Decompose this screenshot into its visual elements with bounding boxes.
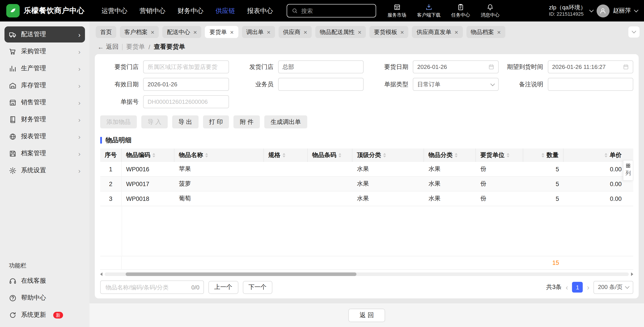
col-header-unit[interactable]: 要货单位 [476, 148, 523, 162]
col-header-name[interactable]: 物品名称 [174, 148, 264, 162]
order-no-input[interactable] [148, 98, 224, 105]
tab-close-icon[interactable]: × [358, 29, 361, 35]
column-settings-button[interactable]: 列 [623, 160, 633, 181]
quick-link-task-center[interactable]: 任务中心 [451, 3, 470, 18]
next-item-button[interactable]: 下一个 [242, 281, 272, 294]
table-row[interactable]: 1 WP0016 苹果 水果 水果 份 5 0.00 [100, 162, 633, 177]
attachment-button[interactable]: 附 件 [234, 116, 260, 128]
bell-icon [486, 3, 494, 11]
tab-customer-archive[interactable]: 客户档案 × [120, 26, 159, 38]
prev-page-button[interactable]: ‹ [566, 284, 568, 291]
sidebar-item-report[interactable]: 报表管理 › [4, 128, 85, 144]
storefront-icon [393, 3, 400, 11]
col-header-category[interactable]: 物品分类 [424, 148, 476, 162]
quick-link-client-download[interactable]: 客户端下载 [417, 3, 440, 18]
expect-arrival-input[interactable] [552, 64, 620, 70]
col-header-barcode[interactable]: 物品条码 [308, 148, 352, 162]
sidebar-item-purchase[interactable]: 采购管理 › [4, 44, 85, 60]
sidebar-item-finance[interactable]: 财务管理 › [4, 112, 85, 128]
scroll-left-arrow[interactable] [100, 272, 102, 276]
tab-transfer-out[interactable]: 调出单 × [242, 26, 275, 38]
cell-seq: 2 [100, 177, 122, 191]
tab-close-icon[interactable]: × [304, 29, 307, 35]
prev-item-button[interactable]: 上一个 [208, 281, 238, 294]
search-input[interactable] [300, 7, 371, 14]
tab-close-icon[interactable]: × [267, 29, 270, 35]
request-store-field: 要货门店 [100, 60, 229, 73]
generate-transfer-button[interactable]: 生成调出单 [264, 116, 307, 128]
tab-request-template[interactable]: 要货模板 × [370, 26, 408, 38]
sidebar-item-production[interactable]: 生产管理 › [4, 60, 85, 76]
sort-icon [283, 153, 285, 158]
account-menu[interactable]: zlp（qa环境） ID: 2215114925 赵丽萍 [549, 4, 638, 18]
export-button[interactable]: 导 出 [172, 116, 198, 128]
sidebar-item-online-service[interactable]: 在线客服 [4, 273, 85, 289]
tab-list-button[interactable] [628, 26, 640, 38]
valid-date-input[interactable] [148, 81, 224, 88]
nav-marketing-center[interactable]: 营销中心 [140, 6, 166, 15]
sidebar-item-label: 销售管理 [21, 98, 46, 106]
scroll-track[interactable] [105, 272, 629, 276]
tab-request-order[interactable]: 要货单 × [205, 26, 238, 38]
tab-close-icon[interactable]: × [497, 29, 501, 35]
tab-item-archive[interactable]: 物品档案 × [466, 26, 505, 38]
salesman-input[interactable] [282, 81, 359, 88]
item-filter-box[interactable]: 0/0 [100, 280, 204, 294]
nav-operations-center[interactable]: 运营中心 [102, 6, 128, 15]
tab-close-icon[interactable]: × [230, 29, 234, 35]
table-row[interactable]: 3 WP0018 葡萄 水果 水果 份 5 0.00 [100, 192, 633, 206]
request-date-input[interactable] [417, 64, 486, 70]
sidebar-item-system-update[interactable]: 系统更新 新 [4, 307, 85, 323]
print-button[interactable]: 打 印 [203, 116, 229, 128]
col-header-top-category[interactable]: 顶级分类 [352, 148, 424, 162]
tab-supplier[interactable]: 供应商 × [278, 26, 312, 38]
sidebar-item-label: 系统设置 [21, 166, 46, 174]
request-store-input[interactable] [148, 64, 224, 70]
sort-icon [455, 153, 458, 158]
add-item-button[interactable]: 添加物品 [100, 116, 137, 128]
tab-item-delivery-attr[interactable]: 物品配送属性 × [315, 26, 366, 38]
nav-report-center[interactable]: 报表中心 [247, 6, 273, 15]
remark-input[interactable] [552, 81, 629, 88]
top-nav: 运营中心 营销中心 财务中心 供应链 报表中心 [102, 6, 273, 15]
tab-label: 配送中心 [167, 28, 190, 36]
back-button[interactable]: 返 回 [348, 308, 385, 322]
col-header-spec[interactable]: 规格 [264, 148, 308, 162]
table-row[interactable]: 2 WP0017 菠萝 水果 水果 份 5 0.00 [100, 177, 633, 192]
cell-name: 菠萝 [174, 180, 264, 188]
back-link[interactable]: ← 返回 [98, 43, 118, 51]
tab-close-icon[interactable]: × [151, 29, 154, 35]
col-header-code[interactable]: 物品编码 [122, 148, 174, 162]
tab-close-icon[interactable]: × [193, 29, 197, 35]
tab-delivery-center[interactable]: 配送中心 × [162, 26, 201, 38]
chevron-right-icon: › [78, 48, 80, 55]
sidebar-item-sales[interactable]: 销售管理 › [4, 94, 85, 110]
import-button[interactable]: 导 入 [141, 116, 168, 128]
next-page-button[interactable]: › [587, 284, 590, 291]
page-1-button[interactable]: 1 [572, 282, 583, 292]
col-header-qty[interactable]: 数量 [523, 148, 564, 162]
nav-supply-chain[interactable]: 供应链 [216, 6, 235, 15]
item-filter-input[interactable] [105, 284, 189, 291]
tab-supplier-direct[interactable]: 供应商直发单 × [412, 26, 463, 38]
global-search[interactable] [286, 4, 376, 18]
tab-close-icon[interactable]: × [400, 29, 404, 35]
tab-close-icon[interactable]: × [454, 29, 458, 35]
order-type-select[interactable]: 日常订单 [413, 78, 498, 91]
scroll-right-arrow[interactable] [631, 272, 633, 276]
tab-home[interactable]: 首页 [96, 26, 116, 38]
nav-finance-center[interactable]: 财务中心 [178, 6, 204, 15]
quick-link-message-center[interactable]: 消息中心 [481, 3, 500, 18]
sidebar-item-delivery[interactable]: 配送管理 › [4, 26, 85, 42]
sidebar-item-settings[interactable]: 系统设置 › [4, 162, 85, 178]
breadcrumb-parent[interactable]: 要货单 [126, 43, 145, 51]
sidebar-item-help-center[interactable]: 帮助中心 [4, 290, 85, 306]
sidebar-item-inventory[interactable]: 库存管理 › [4, 78, 85, 94]
ship-store-input[interactable] [282, 64, 359, 70]
sidebar-item-archive[interactable]: 档案管理 › [4, 146, 85, 162]
scroll-thumb[interactable] [126, 272, 356, 276]
quick-link-service-market[interactable]: 服务市场 [388, 3, 406, 18]
page-size-select[interactable]: 200 条/页 [594, 281, 633, 294]
col-header-price[interactable]: 单价 [564, 148, 633, 162]
gear-icon [9, 167, 16, 174]
